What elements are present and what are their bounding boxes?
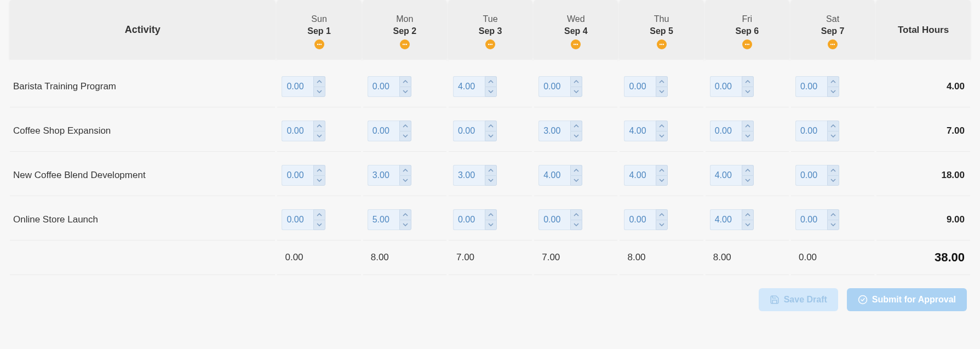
decrement-button[interactable] [485, 175, 497, 186]
day-menu-icon[interactable] [571, 39, 581, 49]
increment-button[interactable] [827, 165, 839, 175]
hours-input[interactable] [368, 209, 399, 230]
hours-input[interactable] [538, 209, 570, 230]
increment-button[interactable] [570, 165, 582, 175]
day-menu-icon[interactable] [314, 39, 324, 49]
increment-button[interactable] [485, 209, 497, 220]
increment-button[interactable] [742, 121, 754, 131]
hours-input[interactable] [538, 165, 570, 186]
hours-input[interactable] [795, 209, 827, 230]
increment-button[interactable] [313, 209, 325, 220]
increment-button[interactable] [399, 165, 411, 175]
hours-input[interactable] [795, 121, 827, 141]
increment-button[interactable] [827, 209, 839, 220]
decrement-button[interactable] [313, 131, 325, 142]
hours-input[interactable] [538, 121, 570, 141]
decrement-button[interactable] [827, 175, 839, 186]
hours-input[interactable] [453, 209, 485, 230]
decrement-button[interactable] [742, 131, 754, 142]
decrement-button[interactable] [399, 87, 411, 98]
increment-button[interactable] [570, 209, 582, 220]
hours-input[interactable] [282, 76, 313, 97]
decrement-button[interactable] [313, 87, 325, 98]
increment-button[interactable] [485, 76, 497, 87]
decrement-button[interactable] [313, 220, 325, 231]
decrement-button[interactable] [313, 175, 325, 186]
decrement-button[interactable] [570, 131, 582, 142]
increment-button[interactable] [742, 209, 754, 220]
decrement-button[interactable] [485, 87, 497, 98]
decrement-button[interactable] [399, 175, 411, 186]
increment-button[interactable] [313, 76, 325, 87]
hours-input[interactable] [624, 76, 656, 97]
row-total: 7.00 [876, 107, 970, 152]
decrement-button[interactable] [742, 175, 754, 186]
hours-input[interactable] [795, 76, 827, 97]
increment-button[interactable] [827, 121, 839, 131]
increment-button[interactable] [313, 165, 325, 175]
hours-input[interactable] [368, 165, 399, 186]
chevron-up-icon [317, 80, 322, 83]
hours-input[interactable] [282, 165, 313, 186]
day-menu-icon[interactable] [657, 39, 667, 49]
decrement-button[interactable] [827, 131, 839, 142]
hours-cell [706, 60, 789, 107]
decrement-button[interactable] [656, 131, 668, 142]
hours-input[interactable] [710, 165, 742, 186]
decrement-button[interactable] [399, 131, 411, 142]
day-menu-icon[interactable] [828, 39, 838, 49]
decrement-button[interactable] [399, 220, 411, 231]
increment-button[interactable] [742, 76, 754, 87]
decrement-button[interactable] [656, 175, 668, 186]
increment-button[interactable] [656, 76, 668, 87]
hours-input[interactable] [453, 165, 485, 186]
hours-input[interactable] [710, 209, 742, 230]
decrement-button[interactable] [827, 87, 839, 98]
decrement-button[interactable] [570, 175, 582, 186]
increment-button[interactable] [827, 76, 839, 87]
increment-button[interactable] [313, 121, 325, 131]
increment-button[interactable] [656, 121, 668, 131]
hours-spinner [368, 165, 411, 186]
hours-input[interactable] [368, 76, 399, 97]
hours-input[interactable] [538, 76, 570, 97]
day-header-wed: Wed Sep 4 [534, 0, 617, 60]
day-menu-icon[interactable] [742, 39, 752, 49]
hours-input[interactable] [282, 121, 313, 141]
decrement-button[interactable] [742, 87, 754, 98]
increment-button[interactable] [485, 165, 497, 175]
decrement-button[interactable] [570, 220, 582, 231]
decrement-button[interactable] [485, 220, 497, 231]
hours-input[interactable] [282, 209, 313, 230]
hours-input[interactable] [624, 209, 656, 230]
hours-input[interactable] [368, 121, 399, 141]
increment-button[interactable] [570, 121, 582, 131]
increment-button[interactable] [742, 165, 754, 175]
day-menu-icon[interactable] [400, 39, 410, 49]
increment-button[interactable] [656, 209, 668, 220]
day-menu-icon[interactable] [485, 39, 495, 49]
save-draft-button[interactable]: Save Draft [759, 288, 838, 311]
decrement-button[interactable] [742, 220, 754, 231]
decrement-button[interactable] [656, 220, 668, 231]
increment-button[interactable] [399, 76, 411, 87]
hours-input[interactable] [710, 121, 742, 141]
decrement-button[interactable] [656, 87, 668, 98]
chevron-up-icon [488, 213, 494, 216]
increment-button[interactable] [485, 121, 497, 131]
hours-input[interactable] [795, 165, 827, 186]
increment-button[interactable] [399, 209, 411, 220]
submit-approval-button[interactable]: Submit for Approval [847, 288, 967, 311]
decrement-button[interactable] [485, 131, 497, 142]
hours-input[interactable] [624, 121, 656, 141]
increment-button[interactable] [656, 165, 668, 175]
hours-input[interactable] [710, 76, 742, 97]
hours-input[interactable] [624, 165, 656, 186]
chevron-down-icon [659, 179, 664, 182]
increment-button[interactable] [399, 121, 411, 131]
increment-button[interactable] [570, 76, 582, 87]
hours-input[interactable] [453, 121, 485, 141]
decrement-button[interactable] [570, 87, 582, 98]
hours-input[interactable] [453, 76, 485, 97]
decrement-button[interactable] [827, 220, 839, 231]
